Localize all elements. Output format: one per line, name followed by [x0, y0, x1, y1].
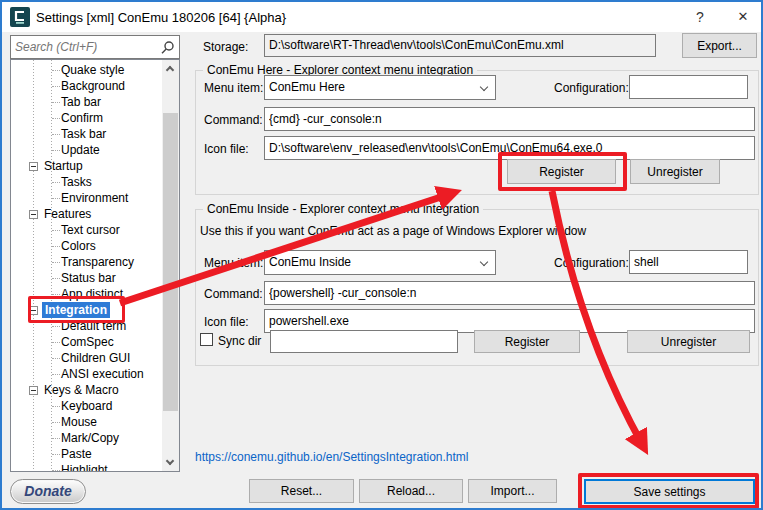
donate-button[interactable]: Donate [10, 479, 86, 504]
sidebar-item-default-term[interactable]: Default term [11, 318, 163, 334]
sidebar-item-children-gui[interactable]: Children GUI [11, 350, 163, 366]
sidebar-item-app-distinct[interactable]: App distinct [11, 286, 163, 302]
here-icon-file-field[interactable] [264, 136, 755, 160]
save-settings-button[interactable]: Save settings [584, 479, 755, 504]
sidebar-item-label: Highlight [61, 462, 108, 472]
sync-dir-checkbox[interactable] [200, 333, 213, 346]
conemu-inside-group-title: ConEmu Inside - Explorer context menu in… [203, 202, 483, 216]
here-command-field[interactable] [264, 107, 755, 131]
sidebar-item-transparency[interactable]: Transparency [11, 254, 163, 270]
export-button[interactable]: Export... [682, 33, 757, 58]
sidebar-item-label: Startup [44, 158, 83, 174]
scrollbar-thumb[interactable] [163, 113, 178, 411]
inside-menu-item-label: Menu item: [204, 256, 263, 270]
here-menu-item-select[interactable]: ConEmu Here [264, 75, 496, 100]
sidebar-item-mark-copy[interactable]: Mark/Copy [11, 430, 163, 446]
search-icon [160, 40, 175, 55]
sync-dir-label: Sync dir [218, 334, 261, 348]
sidebar-item-label: Paste [61, 446, 92, 462]
window-title: Settings [xml] ConEmu 180206 [64] {Alpha… [36, 10, 286, 25]
sidebar-item-label: Quake style [61, 62, 124, 78]
sidebar-item-label: Children GUI [61, 350, 130, 366]
sidebar-item-label: Status bar [61, 270, 116, 286]
tree-scrollbar[interactable] [162, 60, 179, 471]
collapse-icon[interactable] [29, 162, 38, 171]
sidebar-item-text-cursor[interactable]: Text cursor [11, 222, 163, 238]
sidebar-item-confirm[interactable]: Confirm [11, 110, 163, 126]
close-button[interactable]: ✕ [723, 2, 763, 32]
sidebar-item-features[interactable]: Features [11, 206, 163, 222]
here-unregister-button[interactable]: Unregister [630, 159, 720, 184]
inside-command-field[interactable] [264, 281, 755, 305]
here-register-button[interactable]: Register [507, 159, 616, 184]
here-menu-item-label: Menu item: [204, 81, 263, 95]
sidebar-item-mouse[interactable]: Mouse [11, 414, 163, 430]
chevron-down-icon [480, 258, 488, 266]
sidebar-item-task-bar[interactable]: Task bar [11, 126, 163, 142]
inside-command-label: Command: [204, 287, 263, 301]
sidebar-item-label: Text cursor [61, 222, 120, 238]
sidebar-item-colors[interactable]: Colors [11, 238, 163, 254]
sync-dir-field[interactable] [270, 330, 458, 353]
sidebar-item-quake-style[interactable]: Quake style [11, 62, 163, 78]
storage-label: Storage: [203, 40, 248, 54]
sidebar-item-highlight[interactable]: Highlight [11, 462, 163, 472]
sidebar-item-label: Update [61, 142, 100, 158]
sidebar-item-tab-bar[interactable]: Tab bar [11, 94, 163, 110]
here-configuration-field[interactable] [629, 75, 748, 99]
sidebar-item-comspec[interactable]: ComSpec [11, 334, 163, 350]
inside-unregister-button[interactable]: Unregister [627, 330, 750, 353]
sidebar-item-label: ANSI execution [61, 366, 144, 382]
sidebar-item-label: Task bar [61, 126, 106, 142]
sidebar-item-label: Mouse [61, 414, 97, 430]
sidebar-item-label: Features [44, 206, 91, 222]
inside-configuration-field[interactable] [629, 250, 748, 274]
sidebar-item-background[interactable]: Background [11, 78, 163, 94]
sidebar-item-label: Tab bar [61, 94, 101, 110]
search-input[interactable] [15, 38, 155, 56]
sidebar-item-label: Background [61, 78, 125, 94]
sidebar-item-label: Keyboard [61, 398, 112, 414]
sidebar-item-label: Confirm [61, 110, 103, 126]
sidebar-item-keys-macro[interactable]: Keys & Macro [11, 382, 163, 398]
sidebar-item-label: App distinct [61, 286, 123, 302]
reset-button[interactable]: Reset... [249, 479, 354, 503]
sidebar-item-ansi-execution[interactable]: ANSI execution [11, 366, 163, 382]
settings-integration-link[interactable]: https://conemu.github.io/en/SettingsInte… [195, 450, 469, 464]
sidebar-item-label: Default term [61, 318, 126, 334]
sidebar-item-label: Colors [61, 238, 96, 254]
sidebar-item-startup[interactable]: Startup [11, 158, 163, 174]
sidebar-item-status-bar[interactable]: Status bar [11, 270, 163, 286]
storage-path-field[interactable]: D:\software\RT-Thread\env\tools\ConEmu\C… [264, 34, 656, 57]
scroll-down-icon[interactable] [162, 454, 179, 471]
sidebar-item-paste[interactable]: Paste [11, 446, 163, 462]
sidebar-item-integration[interactable]: Integration [11, 302, 163, 318]
inside-configuration-label: Configuration: [554, 256, 629, 270]
collapse-icon[interactable] [29, 306, 38, 315]
collapse-icon[interactable] [29, 210, 38, 219]
inside-icon-file-label: Icon file: [204, 315, 249, 329]
sidebar-item-tasks[interactable]: Tasks [11, 174, 163, 190]
inside-hint-text: Use this if you want ConEmu act as a pag… [200, 224, 586, 238]
here-configuration-label: Configuration: [554, 81, 629, 95]
sidebar-item-label: Tasks [61, 174, 92, 190]
here-icon-file-label: Icon file: [204, 142, 249, 156]
sidebar-item-update[interactable]: Update [11, 142, 163, 158]
conemu-app-icon [10, 7, 30, 27]
sidebar-item-environment[interactable]: Environment [11, 190, 163, 206]
settings-window: Settings [xml] ConEmu 180206 [64] {Alpha… [0, 0, 763, 510]
help-button[interactable]: ? [680, 2, 720, 32]
inside-menu-item-select[interactable]: ConEmu Inside [264, 250, 496, 275]
sidebar-item-label: Transparency [61, 254, 134, 270]
collapse-icon[interactable] [29, 386, 38, 395]
search-box [10, 35, 180, 59]
import-button[interactable]: Import... [468, 479, 557, 503]
scroll-up-icon[interactable] [162, 60, 179, 77]
inside-register-button[interactable]: Register [474, 330, 580, 353]
here-menu-item-value: ConEmu Here [269, 80, 345, 94]
inside-menu-item-value: ConEmu Inside [269, 255, 351, 269]
sidebar-item-label: Mark/Copy [61, 430, 119, 446]
sidebar-item-keyboard[interactable]: Keyboard [11, 398, 163, 414]
reload-button[interactable]: Reload... [359, 479, 463, 503]
sidebar-item-label: ComSpec [61, 334, 114, 350]
